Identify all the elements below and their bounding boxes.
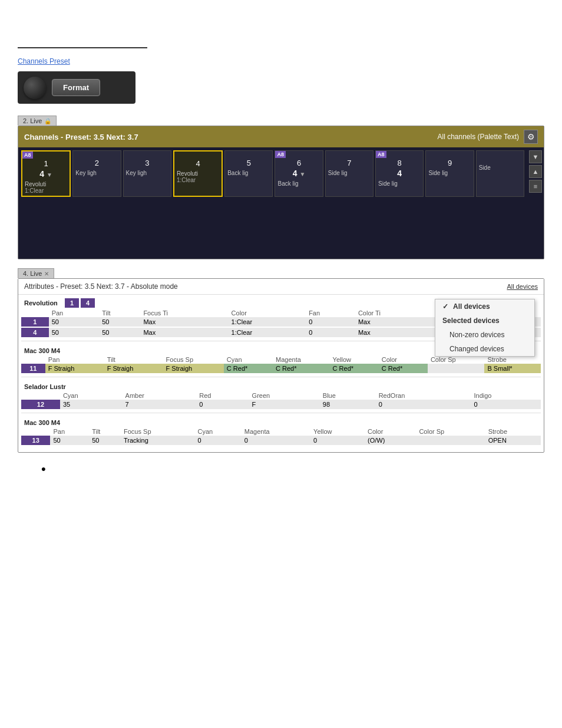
col-empty4 — [21, 427, 50, 436]
mac-pan-11: F Straigh — [45, 364, 104, 374]
channel-1-sublabel: 1:Clear — [25, 187, 67, 194]
col-focus-ti: Focus Ti — [140, 309, 228, 317]
channel-1-label: Revoluti — [25, 181, 67, 187]
col-tilt4: Tilt — [89, 427, 121, 436]
channel-5[interactable]: 5 Back lig — [224, 150, 273, 197]
dropdown-item-selected-devices[interactable]: Selected devices — [435, 314, 534, 328]
channel-6-num: 6 — [277, 159, 320, 167]
dropdown-item-all-devices[interactable]: All devices — [435, 299, 534, 314]
col-color-sp: Color Sp — [428, 355, 485, 364]
rev-colorti-1: Max — [355, 317, 437, 327]
channel-2-num: 2 — [75, 159, 118, 167]
mac-colorsp-13 — [416, 436, 485, 446]
channel-2-label: Key ligh — [75, 170, 118, 176]
sel-red-12: 0 — [196, 400, 249, 410]
ab-badge-8: A8 — [376, 151, 386, 158]
col-color: Color — [229, 309, 306, 317]
all-devices-dropdown[interactable]: All devices — [507, 283, 538, 290]
sel-amber-12: 7 — [123, 400, 197, 410]
ab-badge-1: A8 — [22, 151, 33, 159]
mac-pan-13: 50 — [50, 436, 89, 446]
mac-strobe-11: B Small* — [484, 364, 541, 374]
live4-panel: Attributes - Preset: 3.5 Next: 3.7 - Abs… — [18, 278, 544, 453]
rev-focus-1: Max — [140, 317, 228, 327]
channel-6-val: 4 ▼ — [277, 169, 320, 178]
channel-7-label: Side lig — [328, 170, 371, 176]
live2-panel: 2. Live 🔒 Channels - Preset: 3.5 Next: 3… — [18, 116, 544, 259]
mac-magenta-11: C Red* — [273, 364, 330, 374]
channel-1[interactable]: A8 1 4 ▼ Revoluti 1:Clear — [21, 150, 71, 197]
live2-tab[interactable]: 2. Live 🔒 — [18, 116, 57, 126]
rev-id-4: 4 — [21, 327, 49, 338]
scroll-up-btn[interactable]: ▼ — [529, 150, 542, 163]
format-button[interactable]: Format — [52, 79, 100, 96]
channel-7[interactable]: 7 Side lig — [325, 150, 373, 197]
channel-9[interactable]: 9 Side lig — [425, 150, 474, 197]
mac-id-13: 13 — [21, 436, 50, 446]
mac300-13-section: Mac 300 M4 Pan Tilt Focus Sp Cyan Magent… — [21, 416, 541, 446]
channels-preset-link[interactable]: Channels Preset — [18, 57, 544, 65]
format-knob — [24, 77, 46, 99]
col-color4: Color — [365, 427, 416, 436]
channel-8[interactable]: A8 8 4 Side lig — [375, 150, 424, 197]
rev-fan-1: 0 — [306, 317, 355, 327]
live2-header-right: All channels (Palette Text) ⚙ — [437, 130, 538, 144]
lock-icon: 🔒 — [44, 118, 51, 124]
all-channels-text: All channels (Palette Text) — [437, 133, 519, 141]
channel-4[interactable]: 4 Revoluti 1:Clear — [173, 150, 223, 197]
close-tab-btn[interactable]: ✕ — [44, 271, 49, 277]
channel-10[interactable]: Side — [476, 150, 524, 197]
col-indigo: Indigo — [471, 391, 541, 400]
rev-color-1: 1:Clear — [229, 317, 306, 327]
selador-title-row: Selador Lustr — [21, 380, 541, 391]
col-strobe4: Strobe — [485, 427, 541, 436]
channel-3[interactable]: 3 Key ligh — [123, 150, 171, 197]
mac300-13-device-name: Mac 300 M4 — [21, 416, 541, 427]
rev-pan-4: 50 — [49, 327, 100, 338]
mac-cyan-13: 0 — [194, 436, 241, 446]
mac-color-11: C Red* — [379, 364, 428, 374]
dropdown-item-nonzero-devices[interactable]: Non-zero devices — [435, 328, 534, 342]
channels-grid: A8 1 4 ▼ Revoluti 1:Clear 2 Key ligh 3 — [18, 147, 527, 200]
col-magenta4: Magenta — [242, 427, 310, 436]
side-buttons: ▼ ▲ ≡ — [527, 147, 544, 200]
sel-cyan-12: 35 — [60, 400, 123, 410]
channel-6[interactable]: A8 6 4 ▼ Back lig — [275, 150, 323, 197]
mac-tilt-11: F Straigh — [104, 364, 163, 374]
channel-1-val: 4 ▼ — [25, 169, 67, 179]
channel-4-num: 4 — [177, 159, 219, 168]
bullet-point: • — [41, 462, 544, 477]
menu-btn[interactable]: ≡ — [529, 180, 542, 193]
revolution-id1: 1 — [65, 298, 79, 308]
channel-8-val: 4 — [378, 169, 421, 178]
col-focus-sp4: Focus Sp — [121, 427, 194, 436]
format-area: Format — [18, 71, 135, 104]
revolution-label: Revolution — [24, 299, 58, 307]
col-redoran: RedOran — [376, 391, 471, 400]
channel-2[interactable]: 2 Key ligh — [72, 150, 121, 197]
settings-gear-btn[interactable]: ⚙ — [524, 130, 538, 144]
channel-5-num: 5 — [227, 159, 270, 167]
live2-title: Channels - Preset: 3.5 Next: 3.7 — [24, 133, 138, 141]
sel-id-12: 12 — [21, 400, 60, 410]
channel-4-sublabel: 1:Clear — [177, 177, 219, 183]
scroll-down-btn[interactable]: ▲ — [529, 165, 542, 178]
dropdown-item-changed-devices[interactable]: Changed devices — [435, 342, 534, 356]
devices-dropdown-menu: All devices Selected devices Non-zero de… — [435, 299, 535, 357]
rev-id-1: 1 — [21, 317, 49, 327]
selador-device-name: Selador Lustr — [21, 380, 541, 391]
rev-focus-4: Max — [140, 327, 228, 338]
col-color-ti: Color Ti — [355, 309, 437, 317]
channel-10-label: Side — [479, 164, 521, 171]
rev-tilt-1: 50 — [99, 317, 140, 327]
mac-focus-13: Tracking — [121, 436, 194, 446]
mac300-row-13: 13 50 50 Tracking 0 0 0 (O/W) OPEN — [21, 436, 541, 446]
rev-color-4: 1:Clear — [229, 327, 306, 338]
col-cyan3: Cyan — [60, 391, 123, 400]
selador-section: Selador Lustr Cyan Amber Red Green Blue … — [21, 380, 541, 410]
divider-3 — [21, 413, 541, 413]
live4-tab[interactable]: 4. Live ✕ — [18, 268, 54, 278]
col-cyan4: Cyan — [194, 427, 241, 436]
channel-9-num: 9 — [428, 159, 471, 167]
mac-magenta-13: 0 — [242, 436, 310, 446]
